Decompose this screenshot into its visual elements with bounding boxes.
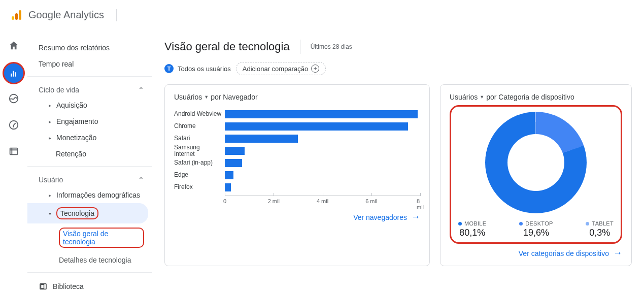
axis-tick	[225, 193, 225, 196]
donut-hole	[507, 134, 564, 191]
caret-down-icon: ▼	[480, 94, 484, 100]
bar-track	[225, 110, 420, 118]
chip-all-users[interactable]: T Todos os usuários	[164, 64, 231, 73]
rail-advertising-icon[interactable]	[8, 119, 20, 131]
legend-text: MOBILE	[464, 220, 486, 227]
sidebar-user-title: Usuário	[39, 176, 63, 184]
dimension-label: por Categoria de dispositivo	[486, 93, 574, 101]
rail-explore-icon[interactable]	[8, 92, 20, 105]
caret-down-icon: ▾	[49, 211, 51, 216]
rail-reports-highlight	[3, 62, 25, 84]
chevron-up-icon: ⌃	[138, 86, 144, 94]
sidebar-item-monetization[interactable]: ▸Monetização	[27, 130, 152, 146]
rail-home-icon[interactable]	[8, 40, 20, 52]
label: Tecnologia	[60, 209, 94, 217]
metric-dropdown[interactable]: Usuários▼	[450, 93, 484, 101]
label: Monetização	[56, 134, 96, 142]
analytics-logo-icon	[10, 9, 22, 21]
sidebar-library[interactable]: Biblioteca	[27, 277, 152, 290]
divider	[27, 76, 152, 77]
svg-rect-2	[19, 10, 21, 20]
legend-dot-icon	[458, 222, 462, 225]
bar-fill	[225, 110, 418, 118]
sidebar-item-demographics[interactable]: ▸Informações demográficas	[27, 187, 152, 203]
device-donut-chart	[485, 112, 587, 213]
chevron-up-icon: ⌃	[138, 176, 144, 184]
highlight-box: MOBILE80,1%DESKTOP19,6%TABLET0,3%	[450, 105, 622, 244]
add-comparison-button[interactable]: Adicionar comparação +	[236, 62, 326, 75]
sidebar-item-technology-details[interactable]: Detalhes de tecnologia	[27, 252, 152, 268]
axis-tick-label: 6 mil	[365, 198, 377, 204]
caret-right-icon: ▸	[49, 119, 51, 124]
label: Ver categorias de dispositivo	[519, 249, 609, 257]
bar-label: Chrome	[174, 123, 225, 130]
page-title: Visão geral de tecnologia	[164, 40, 290, 53]
label: Aquisição	[56, 101, 87, 109]
bar-fill	[225, 147, 245, 155]
see-browsers-link[interactable]: Ver navegadores →	[174, 208, 420, 224]
app-header: Google Analytics	[0, 0, 644, 30]
svg-rect-0	[12, 16, 14, 20]
bar-row: Edge	[174, 169, 420, 181]
rail-configure-icon[interactable]	[8, 145, 20, 157]
bar-track	[225, 171, 420, 179]
highlight-box: Visão geral de tecnologia	[59, 228, 144, 248]
bar-row: Chrome	[174, 120, 420, 133]
chip-badge: T	[164, 64, 174, 73]
barchart-axis: 02 mil4 mil6 mil8 mil	[225, 196, 420, 208]
legend-item: MOBILE80,1%	[458, 220, 486, 238]
bar-track	[225, 183, 420, 191]
bar-track	[225, 135, 420, 143]
sidebar-item-acquisition[interactable]: ▸Aquisição	[27, 97, 152, 113]
logo: Google Analytics	[10, 9, 104, 21]
legend-label: MOBILE	[458, 220, 486, 227]
label: Retenção	[56, 150, 86, 158]
sidebar-lifecycle-header[interactable]: Ciclo de vida ⌃	[27, 81, 152, 97]
bar-fill	[225, 135, 298, 143]
sidebar-report-summary[interactable]: Resumo dos relatórios	[27, 40, 152, 56]
sidebar-item-technology-overview[interactable]: Visão geral de tecnologia	[27, 223, 152, 252]
bar-fill	[225, 183, 231, 191]
bar-label: Safari	[174, 135, 225, 142]
axis-tick	[323, 193, 323, 196]
sidebar-item-engagement[interactable]: ▸Engajamento	[27, 113, 152, 130]
sidebar-realtime[interactable]: Tempo real	[27, 56, 152, 72]
axis-tick	[274, 193, 274, 196]
legend-dot-icon	[586, 222, 589, 225]
bar-fill	[225, 171, 233, 179]
caret-right-icon: ▸	[49, 192, 51, 198]
page-header: Visão geral de tecnologia Últimos 28 dia…	[164, 40, 632, 54]
browser-barchart: Android WebviewChromeSafariSamsung Inter…	[174, 108, 420, 194]
label: Ver navegadores	[353, 213, 407, 221]
bar-track	[225, 147, 420, 155]
bar-label: Android Webview	[174, 111, 225, 117]
bar-row: Safari	[174, 133, 420, 145]
see-device-categories-link[interactable]: Ver categorias de dispositivo →	[450, 244, 622, 261]
date-range[interactable]: Últimos 28 dias	[311, 43, 352, 50]
rail-reports-icon[interactable]	[8, 66, 20, 78]
bar-fill	[225, 122, 408, 131]
axis-tick-label: 0	[223, 198, 226, 204]
bar-track	[225, 122, 420, 131]
nav-rail	[0, 30, 27, 290]
sidebar-user-header[interactable]: Usuário ⌃	[27, 171, 152, 187]
divider	[300, 40, 300, 54]
label: Visão geral de tecnologia	[63, 230, 108, 246]
sidebar-item-retention[interactable]: Retenção	[27, 146, 152, 162]
caret-down-icon: ▼	[204, 94, 209, 100]
svg-rect-1	[15, 13, 18, 20]
card-users-by-browser: Usuários▼ por Navegador Android WebviewC…	[164, 84, 430, 266]
metric-dropdown[interactable]: Usuários▼	[174, 93, 209, 101]
label: Usuários	[450, 93, 478, 101]
axis-tick-label: 8 mil	[417, 198, 424, 210]
brand-name: Google Analytics	[28, 9, 104, 21]
sidebar-item-technology[interactable]: ▾ Tecnologia	[27, 203, 148, 223]
svg-rect-5	[10, 148, 18, 155]
main-content: Visão geral de tecnologia Últimos 28 dia…	[152, 30, 644, 290]
bar-label: Safari (in-app)	[174, 159, 225, 166]
divider	[27, 166, 152, 167]
legend-text: DESKTOP	[525, 220, 553, 227]
plus-icon: +	[311, 65, 319, 73]
dimension-label: por Navegador	[211, 93, 258, 101]
card-users-by-device: Usuários▼ por Categoria de dispositivo M…	[440, 84, 632, 266]
